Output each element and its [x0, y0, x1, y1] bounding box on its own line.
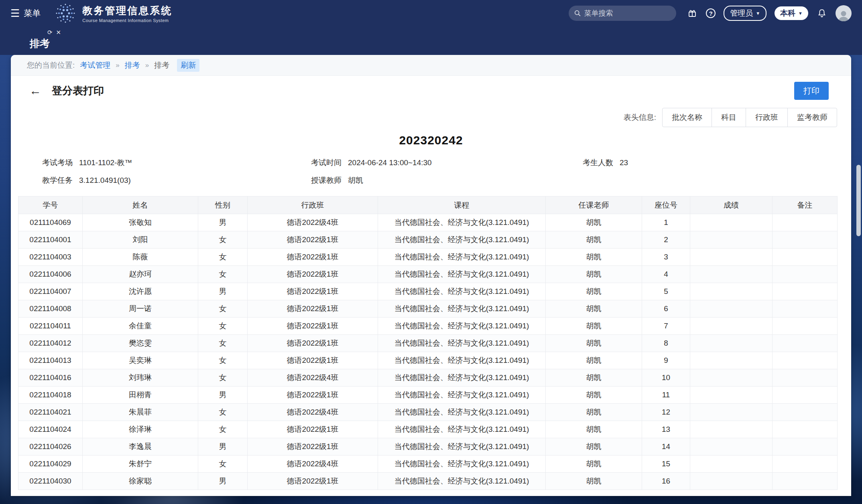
info-exam-time: 考试时间 2024-06-24 13:00~14:30	[311, 158, 583, 168]
table-row: 0221104013吴奕琳 女德语2022级1班 当代德国社会、经济与文化(3.…	[18, 352, 838, 369]
info-candidate-count: 考生人数 23	[583, 158, 851, 168]
toggle-subject-button[interactable]: 科目	[712, 108, 746, 127]
info-teaching-task: 教学任务 3.121.0491(03)	[42, 175, 311, 186]
tab-paikao[interactable]: 排考	[30, 37, 50, 50]
info-lecturer: 授课教师 胡凯	[311, 175, 583, 186]
header-toggle-group: 批次名称 科目 行政班 监考教师	[662, 108, 837, 127]
chevron-down-icon: ▼	[798, 11, 803, 16]
col-teacher: 任课老师	[546, 196, 642, 214]
table-row: 0221104006赵亦珂 女德语2022级1班 当代德国社会、经济与文化(3.…	[18, 266, 838, 283]
refresh-tab-icon[interactable]: ⟳	[47, 29, 53, 36]
col-seat: 座位号	[642, 196, 690, 214]
table-row: 0221104007沈许愿 男德语2022级1班 当代德国社会、经济与文化(3.…	[18, 283, 838, 300]
chevron-down-icon: ▼	[756, 11, 760, 16]
print-button[interactable]: 打印	[794, 82, 829, 100]
score-roster-table: 学号 姓名 性别 行政班 课程 任课老师 座位号 成绩 备注 021110406…	[18, 196, 838, 490]
page-title-row: ← 登分表打印 打印	[11, 76, 851, 105]
refresh-link[interactable]: 刷新	[177, 59, 199, 72]
col-remark: 备注	[773, 196, 838, 214]
search-icon	[574, 10, 581, 17]
level-dropdown[interactable]: 本科 ▼	[775, 6, 808, 20]
col-student-id: 学号	[18, 196, 83, 214]
page-title: 登分表打印	[52, 84, 104, 98]
brand-block: 教务管理信息系统 Course Management Information S…	[82, 4, 172, 23]
top-navbar: ☰ 菜单 教务管理信息系统 Course Management Informat…	[0, 0, 862, 26]
level-label: 本科	[780, 8, 795, 18]
table-header-row: 学号 姓名 性别 行政班 课程 任课老师 座位号 成绩 备注	[18, 196, 838, 214]
table-row: 0221104012樊恣雯 女德语2022级1班 当代德国社会、经济与文化(3.…	[18, 335, 838, 352]
table-row: 0221104021朱晨菲 女德语2022级4班 当代德国社会、经济与文化(3.…	[18, 404, 838, 421]
batch-title: 202320242	[11, 134, 851, 147]
gift-icon[interactable]	[687, 8, 698, 19]
table-row: 0221104018田栩青 男德语2022级1班 当代德国社会、经济与文化(3.…	[18, 387, 838, 404]
vertical-scrollbar[interactable]	[856, 165, 861, 236]
header-info-label: 表头信息:	[624, 112, 656, 123]
back-arrow-icon[interactable]: ←	[29, 84, 47, 97]
header-info-row: 表头信息: 批次名称 科目 行政班 监考教师	[11, 108, 851, 127]
table-row: 0221104024徐泽琳 女德语2022级1班 当代德国社会、经济与文化(3.…	[18, 421, 838, 438]
table-row: 0221104030徐家聪 男德语2022级1班 当代德国社会、经济与文化(3.…	[18, 473, 838, 490]
breadcrumb: 您的当前位置: 考试管理 » 排考 » 排考 刷新	[11, 55, 851, 76]
table-row: 0221104011余佳童 女德语2022级1班 当代德国社会、经济与文化(3.…	[18, 318, 838, 335]
breadcrumb-separator: »	[145, 61, 149, 69]
toggle-admin-class-button[interactable]: 行政班	[746, 108, 788, 127]
hamburger-icon: ☰	[10, 8, 20, 18]
avatar[interactable]	[836, 5, 852, 21]
menu-label: 菜单	[24, 8, 41, 19]
search-input[interactable]	[584, 9, 671, 18]
close-tab-icon[interactable]: ✕	[56, 29, 61, 36]
app-title: 教务管理信息系统	[82, 4, 172, 17]
table-row: 0221104029朱舒宁 女德语2022级4班 当代德国社会、经济与文化(3.…	[18, 455, 838, 473]
table-body: 0211104069张敬知 男德语2022级4班 当代德国社会、经济与文化(3.…	[18, 214, 838, 490]
table-row: 0221104026李逸晨 男德语2022级1班 当代德国社会、经济与文化(3.…	[18, 438, 838, 455]
table-row: 0211104069张敬知 男德语2022级4班 当代德国社会、经济与文化(3.…	[18, 214, 838, 231]
info-exam-room: 考试考场 1101-1102-教™	[42, 158, 311, 168]
help-icon[interactable]: ?	[706, 8, 716, 18]
content-card: 您的当前位置: 考试管理 » 排考 » 排考 刷新 ← 登分表打印 打印 表头信…	[11, 55, 851, 496]
col-admin-class: 行政班	[248, 196, 378, 214]
app-logo-icon	[54, 2, 77, 24]
info-empty	[583, 175, 851, 186]
tab-strip: ⟳ ✕ 排考	[0, 26, 862, 55]
col-course: 课程	[378, 196, 546, 214]
toggle-proctor-button[interactable]: 监考教师	[787, 108, 837, 127]
breadcrumb-item-paikao[interactable]: 排考	[125, 60, 140, 71]
breadcrumb-current: 排考	[154, 60, 169, 71]
bell-icon[interactable]	[816, 8, 827, 19]
col-gender: 性别	[198, 196, 248, 214]
table-row: 0221104008周一诺 女德语2022级1班 当代德国社会、经济与文化(3.…	[18, 300, 838, 318]
app-subtitle: Course Management Information System	[82, 18, 172, 23]
breadcrumb-item-exam-management[interactable]: 考试管理	[80, 60, 110, 71]
col-score: 成绩	[690, 196, 773, 214]
col-name: 姓名	[83, 196, 198, 214]
role-label: 管理员	[730, 8, 753, 18]
menu-toggle[interactable]: ☰ 菜单	[10, 8, 41, 19]
menu-search-box[interactable]	[569, 6, 676, 21]
table-row: 0221104003陈薇 女德语2022级1班 当代德国社会、经济与文化(3.1…	[18, 249, 838, 266]
table-row: 0221104001刘阳 女德语2022级1班 当代德国社会、经济与文化(3.1…	[18, 231, 838, 249]
role-dropdown[interactable]: 管理员 ▼	[724, 6, 766, 21]
breadcrumb-separator: »	[116, 61, 119, 69]
breadcrumb-prefix: 您的当前位置:	[27, 60, 75, 71]
table-row: 0221104016刘玮琳 女德语2022级4班 当代德国社会、经济与文化(3.…	[18, 369, 838, 387]
exam-info-grid: 考试考场 1101-1102-教™ 考试时间 2024-06-24 13:00~…	[42, 158, 851, 186]
toggle-batch-name-button[interactable]: 批次名称	[662, 108, 712, 127]
